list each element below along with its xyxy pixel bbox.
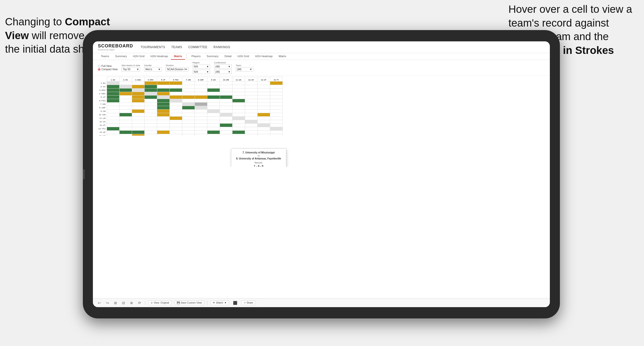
nav-tournaments[interactable]: TOURNAMENTS: [141, 44, 165, 50]
tab-detail[interactable]: Detail: [221, 53, 235, 60]
matrix-cell[interactable]: [157, 85, 169, 89]
matrix-cell[interactable]: [220, 106, 232, 110]
share-btn[interactable]: ↗ Share: [241, 300, 256, 305]
matrix-cell[interactable]: [132, 99, 144, 103]
refresh-btn[interactable]: ⟳: [137, 300, 142, 305]
matrix-cell[interactable]: [257, 99, 270, 103]
matrix-cell[interactable]: [207, 103, 220, 106]
tab-h2h-grid-2[interactable]: H2H Grid: [235, 53, 252, 60]
matrix-cell[interactable]: [207, 96, 220, 99]
matrix-cell[interactable]: [144, 92, 157, 96]
matrix-cell[interactable]: [144, 81, 157, 85]
matrix-cell[interactable]: [144, 113, 157, 117]
matrix-cell[interactable]: [182, 110, 195, 113]
matrix-cell[interactable]: [270, 92, 282, 96]
matrix-cell[interactable]: [220, 113, 232, 117]
matrix-cell[interactable]: [119, 89, 132, 92]
matrix-cell[interactable]: [220, 124, 232, 127]
matrix-cell[interactable]: [132, 81, 144, 85]
matrix-cell[interactable]: [107, 103, 119, 106]
matrix-cell[interactable]: [257, 89, 270, 92]
full-view-option[interactable]: Full View: [98, 65, 118, 67]
matrix-cell[interactable]: [220, 92, 232, 96]
nav-committee[interactable]: COMMITTEE: [188, 44, 208, 50]
matrix-cell[interactable]: [195, 120, 207, 124]
matrix-cell[interactable]: [107, 113, 119, 117]
team-select[interactable]: (All) ▼: [236, 67, 253, 71]
matrix-cell[interactable]: [245, 127, 257, 131]
matrix-cell[interactable]: [182, 81, 195, 85]
matrix-cell[interactable]: [119, 110, 132, 113]
matrix-cell[interactable]: [157, 99, 169, 103]
region-select-1[interactable]: N/A ▼: [193, 64, 210, 69]
matrix-cell[interactable]: [182, 127, 195, 131]
matrix-cell[interactable]: [119, 120, 132, 124]
matrix-cell[interactable]: [195, 96, 207, 99]
matrix-cell[interactable]: [182, 113, 195, 117]
matrix-cell[interactable]: [144, 89, 157, 92]
matrix-cell[interactable]: [270, 96, 282, 99]
matrix-cell[interactable]: [270, 106, 282, 110]
matrix-cell[interactable]: [119, 131, 132, 134]
matrix-cell[interactable]: [257, 96, 270, 99]
matrix-cell[interactable]: [245, 92, 257, 96]
matrix-cell[interactable]: [107, 127, 119, 131]
matrix-cell[interactable]: [220, 103, 232, 106]
matrix-cell[interactable]: [270, 81, 282, 85]
matrix-cell[interactable]: [169, 127, 182, 131]
matrix-cell[interactable]: [220, 134, 232, 136]
matrix-cell[interactable]: [107, 120, 119, 124]
matrix-cell[interactable]: [169, 124, 182, 127]
matrix-cell[interactable]: [144, 120, 157, 124]
matrix-cell[interactable]: [119, 96, 132, 99]
matrix-cell[interactable]: [245, 131, 257, 134]
matrix-cell[interactable]: [169, 110, 182, 113]
matrix-cell[interactable]: [270, 134, 282, 136]
matrix-cell[interactable]: [157, 124, 169, 127]
matrix-cell[interactable]: [119, 81, 132, 85]
matrix-cell[interactable]: [245, 134, 257, 136]
matrix-cell[interactable]: [270, 127, 282, 131]
matrix-cell[interactable]: [107, 106, 119, 110]
matrix-cell[interactable]: [232, 117, 245, 120]
matrix-cell[interactable]: [182, 120, 195, 124]
matrix-cell[interactable]: [157, 103, 169, 106]
matrix-cell[interactable]: [232, 96, 245, 99]
matrix-cell[interactable]: [232, 106, 245, 110]
matrix-cell[interactable]: [107, 117, 119, 120]
matrix-cell[interactable]: [182, 92, 195, 96]
compact-view-radio[interactable]: [98, 68, 100, 71]
matrix-cell[interactable]: [144, 85, 157, 89]
matrix-cell[interactable]: [132, 120, 144, 124]
matrix-cell[interactable]: [245, 110, 257, 113]
matrix-cell[interactable]: [169, 99, 182, 103]
matrix-cell[interactable]: [182, 106, 195, 110]
matrix-cell[interactable]: [220, 99, 232, 103]
matrix-cell[interactable]: [169, 89, 182, 92]
matrix-cell[interactable]: [157, 113, 169, 117]
matrix-cell[interactable]: [107, 96, 119, 99]
matrix-cell[interactable]: [220, 96, 232, 99]
matrix-cell[interactable]: [157, 117, 169, 120]
matrix-cell[interactable]: [232, 89, 245, 92]
tab-matrix-2[interactable]: Matrix: [276, 53, 289, 60]
matrix-cell[interactable]: [144, 110, 157, 113]
matrix-cell[interactable]: [182, 103, 195, 106]
matrix-cell[interactable]: [245, 117, 257, 120]
matrix-cell[interactable]: [132, 110, 144, 113]
matrix-cell[interactable]: [157, 106, 169, 110]
matrix-cell[interactable]: [207, 120, 220, 124]
full-view-radio[interactable]: [98, 65, 100, 67]
gender-select[interactable]: Men's ▼: [144, 67, 162, 71]
matrix-cell[interactable]: [107, 99, 119, 103]
undo-btn[interactable]: ↩: [97, 300, 102, 305]
matrix-cell[interactable]: [257, 113, 270, 117]
matrix-cell[interactable]: [207, 92, 220, 96]
matrix-cell[interactable]: [107, 124, 119, 127]
matrix-cell[interactable]: [232, 85, 245, 89]
matrix-cell[interactable]: [232, 120, 245, 124]
matrix-cell[interactable]: [207, 113, 220, 117]
matrix-cell[interactable]: [232, 134, 245, 136]
matrix-cell[interactable]: [144, 117, 157, 120]
matrix-cell[interactable]: [195, 85, 207, 89]
